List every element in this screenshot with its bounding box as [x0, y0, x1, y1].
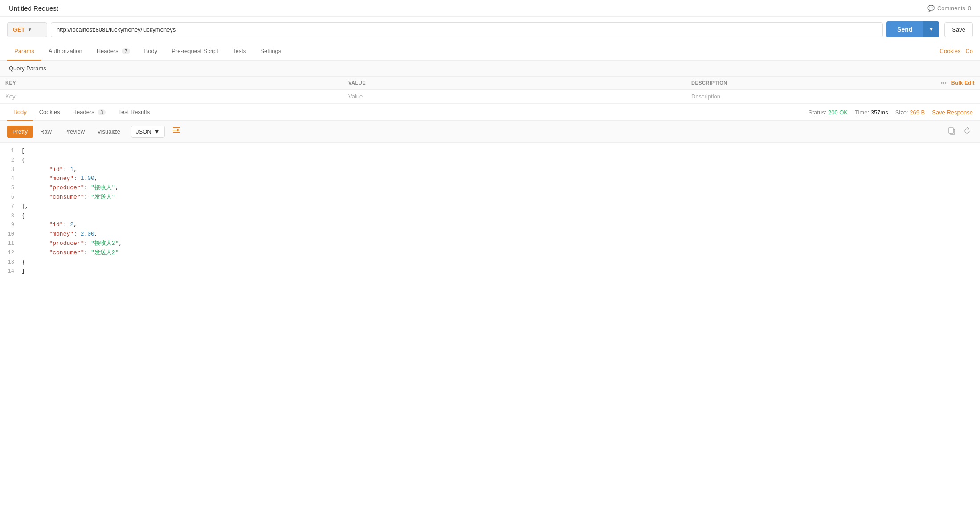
header-actions: 💬 Comments 0 — [927, 5, 971, 12]
line-number: 14 — [4, 267, 21, 276]
line-content: "consumer": "发送人2" — [21, 248, 118, 258]
body-tab-preview[interactable]: Preview — [59, 126, 90, 138]
tab-body[interactable]: Body — [137, 42, 165, 61]
status-label: Status: 200 OK — [808, 109, 848, 116]
json-line: 1[ — [0, 146, 980, 156]
format-dropdown[interactable]: JSON ▼ — [131, 126, 165, 138]
json-line: 9 "id": 2, — [0, 220, 980, 230]
format-value: JSON — [136, 128, 151, 135]
response-area: Body Cookies Headers 3 Test Results Stat… — [0, 104, 980, 312]
json-line: 10 "money": 2.00, — [0, 230, 980, 239]
toolbar-right — [946, 125, 973, 138]
line-content: ] — [21, 267, 25, 276]
line-content: "id": 1, — [21, 165, 77, 175]
params-empty-row: Key Value Description — [0, 90, 980, 104]
url-bar: GET ▼ Send ▼ Save — [0, 17, 980, 42]
tab-params[interactable]: Params — [7, 42, 41, 61]
line-number: 10 — [4, 230, 21, 239]
request-tabs: Params Authorization Headers 7 Body Pre-… — [0, 42, 980, 61]
url-input[interactable] — [51, 22, 883, 37]
line-content: }, — [21, 202, 29, 212]
method-dropdown[interactable]: GET ▼ — [7, 22, 47, 37]
response-tab-cookies[interactable]: Cookies — [33, 104, 66, 121]
col-actions-header: ••• Bulk Edit — [931, 77, 980, 90]
col-desc-header: DESCRIPTION — [686, 77, 931, 90]
app-header: Untitled Request 💬 Comments 0 — [0, 0, 980, 17]
json-line: 2 { — [0, 156, 980, 165]
send-btn-group: Send ▼ — [886, 21, 939, 37]
line-content: { — [21, 156, 25, 165]
format-chevron-icon: ▼ — [154, 128, 160, 135]
line-number: 13 — [4, 258, 21, 267]
response-tab-body[interactable]: Body — [7, 104, 33, 121]
comments-label[interactable]: Comments — [937, 5, 965, 12]
chevron-down-icon: ▼ — [28, 27, 32, 32]
body-tab-pretty[interactable]: Pretty — [7, 126, 33, 138]
bulk-edit-link[interactable]: Bulk Edit — [951, 80, 975, 85]
status-value: 200 OK — [828, 109, 848, 116]
line-number: 8 — [4, 212, 21, 220]
col-value-header: VALUE — [343, 77, 686, 90]
line-content: "id": 2, — [21, 220, 77, 230]
page-title: Untitled Request — [9, 4, 58, 12]
tab-settings[interactable]: Settings — [253, 42, 288, 61]
body-tab-visualize[interactable]: Visualize — [92, 126, 126, 138]
line-number: 4 — [4, 175, 21, 183]
line-content: "money": 2.00, — [21, 230, 98, 239]
value-placeholder: Value — [348, 93, 363, 100]
line-number: 11 — [4, 240, 21, 248]
tab-pre-request[interactable]: Pre-request Script — [164, 42, 225, 61]
json-line: 14] — [0, 267, 980, 276]
comments-count: 0 — [968, 5, 971, 12]
line-content: "consumer": "发送人" — [21, 193, 115, 202]
line-content: "producer": "接收人", — [21, 183, 118, 193]
line-number: 12 — [4, 249, 21, 257]
json-line: 13 } — [0, 258, 980, 267]
more-icon[interactable]: ••• — [941, 80, 947, 85]
response-tab-test-results[interactable]: Test Results — [112, 104, 156, 121]
line-number: 1 — [4, 147, 21, 155]
value-input-cell[interactable]: Value — [343, 90, 686, 104]
send-button[interactable]: Send — [886, 21, 923, 37]
size-meta: Size: 269 B — [895, 109, 925, 116]
line-number: 9 — [4, 221, 21, 229]
line-number: 7 — [4, 203, 21, 211]
line-content: { — [21, 212, 25, 221]
response-tab-headers[interactable]: Headers 3 — [66, 104, 112, 121]
key-input-cell[interactable]: Key — [0, 90, 343, 104]
line-number: 5 — [4, 184, 21, 192]
tab-tests[interactable]: Tests — [225, 42, 253, 61]
response-tabs: Body Cookies Headers 3 Test Results Stat… — [0, 104, 980, 121]
save-response-button[interactable]: Save Response — [932, 109, 973, 116]
params-table: KEY VALUE DESCRIPTION ••• Bulk Edit Key … — [0, 77, 980, 104]
response-meta: Status: 200 OK Time: 357ms Size: 269 B S… — [808, 109, 973, 116]
save-button[interactable]: Save — [944, 22, 973, 37]
method-value: GET — [13, 26, 25, 33]
wrap-lines-button[interactable] — [168, 124, 184, 139]
send-arrow-button[interactable]: ▼ — [923, 21, 939, 37]
json-line: 7 }, — [0, 202, 980, 212]
query-params-title: Query Params — [9, 65, 46, 72]
line-content: } — [21, 258, 25, 267]
line-number: 3 — [4, 166, 21, 174]
body-toolbar: Pretty Raw Preview Visualize JSON ▼ — [0, 121, 980, 143]
json-line: 4 "money": 1.00, — [0, 174, 980, 183]
json-line: 8 { — [0, 212, 980, 221]
body-tab-raw[interactable]: Raw — [35, 126, 57, 138]
refresh-button[interactable] — [961, 125, 973, 138]
copy-button[interactable] — [946, 125, 958, 138]
desc-input-cell[interactable]: Description — [686, 90, 931, 104]
cookies-link[interactable]: Cookies Co — [940, 48, 973, 54]
line-content: "money": 1.00, — [21, 174, 98, 183]
json-line: 12 "consumer": "发送人2" — [0, 248, 980, 258]
line-number: 2 — [4, 156, 21, 165]
svg-rect-4 — [949, 128, 953, 133]
line-content: "producer": "接收人2", — [21, 239, 122, 248]
json-viewer[interactable]: 1[2 {3 "id": 1,4 "money": 1.00,5 "produc… — [0, 143, 980, 312]
time-meta: Time: 357ms — [855, 109, 888, 116]
tab-headers[interactable]: Headers 7 — [90, 42, 137, 61]
col-key-header: KEY — [0, 77, 343, 90]
line-content: [ — [21, 146, 25, 156]
query-params-header: Query Params — [0, 61, 980, 77]
tab-authorization[interactable]: Authorization — [41, 42, 90, 61]
